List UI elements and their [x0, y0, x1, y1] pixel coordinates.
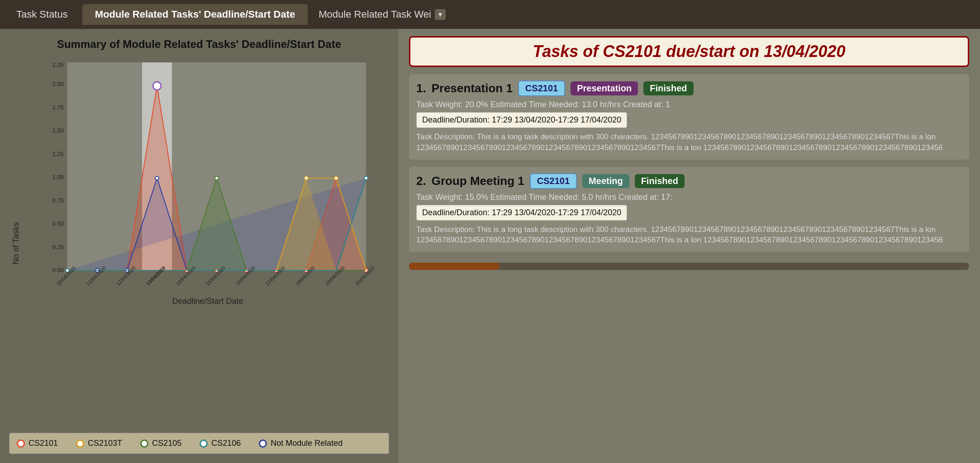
page-title: Tasks of CS2101 due/start on 13/04/2020 [409, 36, 969, 67]
tab-task-status[interactable]: Task Status [4, 4, 81, 25]
task-2-deadline: Deadline/Duration: 17:29 13/04/2020-17:2… [416, 205, 627, 221]
svg-point-25 [153, 82, 161, 90]
chart-container: 0.00 0.25 0.50 0.75 1.00 1.25 1.50 1.75 … [26, 58, 389, 429]
top-navigation: Task Status Module Related Tasks' Deadli… [0, 0, 980, 29]
task-2-header: 2. Group Meeting 1 CS2101 Meeting Finish… [416, 173, 962, 189]
task-1-module-badge: CS2101 [518, 80, 565, 96]
task-1-name: Presentation 1 [432, 81, 513, 95]
legend-label-cs2103t: CS2103T [88, 439, 122, 448]
task-1-meta: Task Weight: 20.0% Estimated Time Needed… [416, 100, 962, 109]
tab-task-weight[interactable]: Module Related Task Wei ▼ [309, 4, 455, 25]
chart-area: No of Tasks 0.00 0.25 0.50 0.75 1.00 1.2… [9, 58, 389, 429]
legend-item-cs2106: CS2106 [200, 439, 241, 448]
svg-text:0.50: 0.50 [52, 220, 64, 227]
legend-label-not-module: Not Module Related [271, 439, 343, 448]
svg-text:0.00: 0.00 [52, 267, 64, 274]
task-card-1: 1. Presentation 1 CS2101 Presentation Fi… [409, 74, 969, 160]
legend-item-cs2101: CS2101 [17, 439, 58, 448]
legend-item-cs2103t: CS2103T [76, 439, 122, 448]
task-2-description: Task Description: This is a long task de… [416, 224, 962, 246]
legend-label-cs2106: CS2106 [211, 439, 241, 448]
chart-svg: 0.00 0.25 0.50 0.75 1.00 1.25 1.50 1.75 … [26, 58, 389, 293]
svg-point-43 [334, 176, 338, 180]
legend-dot-cs2105 [140, 439, 148, 448]
svg-text:1.75: 1.75 [52, 104, 64, 111]
svg-text:1.25: 1.25 [52, 151, 64, 157]
task-1-type-badge: Presentation [571, 81, 638, 95]
svg-point-45 [364, 176, 368, 180]
legend-item-not-module: Not Module Related [259, 439, 343, 448]
task-2-type-badge: Meeting [582, 174, 629, 188]
task-1-status-badge: Finished [643, 81, 693, 95]
bottom-scrollbar[interactable] [409, 263, 969, 270]
legend-dot-cs2103t [76, 439, 84, 448]
svg-text:2.25: 2.25 [52, 61, 64, 68]
task-card-2: 2. Group Meeting 1 CS2101 Meeting Finish… [409, 167, 969, 252]
legend-dot-cs2106 [200, 439, 208, 448]
chart-panel: Summary of Module Related Tasks' Deadlin… [0, 29, 398, 463]
tab-dropdown-arrow[interactable]: ▼ [435, 9, 446, 20]
task-2-module-badge: CS2101 [530, 173, 577, 189]
svg-point-37 [155, 176, 159, 180]
chart-title: Summary of Module Related Tasks' Deadlin… [9, 38, 389, 51]
svg-point-40 [215, 176, 219, 180]
legend-dot-not-module [259, 439, 267, 448]
scrollbar-thumb[interactable] [409, 263, 500, 270]
task-1-number: 1. [416, 81, 426, 95]
svg-text:1.50: 1.50 [52, 127, 64, 134]
task-2-meta: Task Weight: 15.0% Estimated Time Needed… [416, 193, 962, 202]
svg-text:2.00: 2.00 [52, 80, 64, 87]
chart-legend: CS2101 CS2103T CS2105 CS2106 Not Module … [9, 433, 389, 454]
main-content: Summary of Module Related Tasks' Deadlin… [0, 29, 980, 463]
legend-item-cs2105: CS2105 [140, 439, 181, 448]
svg-text:1.00: 1.00 [52, 174, 64, 180]
tab-task-weight-label: Module Related Task Wei [319, 9, 431, 20]
task-2-number: 2. [416, 174, 426, 188]
task-1-deadline: Deadline/Duration: 17:29 13/04/2020-17:2… [416, 112, 627, 128]
svg-text:0.25: 0.25 [52, 244, 64, 250]
svg-point-42 [304, 176, 308, 180]
right-panel: Tasks of CS2101 due/start on 13/04/2020 … [398, 29, 980, 463]
legend-dot-cs2101 [17, 439, 25, 448]
x-axis-label: Deadline/Start Date [26, 297, 389, 306]
legend-label-cs2101: CS2101 [29, 439, 58, 448]
task-1-header: 1. Presentation 1 CS2101 Presentation Fi… [416, 80, 962, 96]
task-2-name: Group Meeting 1 [432, 174, 524, 188]
task-2-status-badge: Finished [635, 174, 685, 188]
task-1-description: Task Description: This is a long task de… [416, 132, 962, 153]
tab-deadline-date[interactable]: Module Related Tasks' Deadline/Start Dat… [82, 4, 308, 25]
y-axis-label: No of Tasks [9, 58, 23, 429]
svg-text:0.75: 0.75 [52, 197, 64, 204]
legend-label-cs2105: CS2105 [152, 439, 181, 448]
